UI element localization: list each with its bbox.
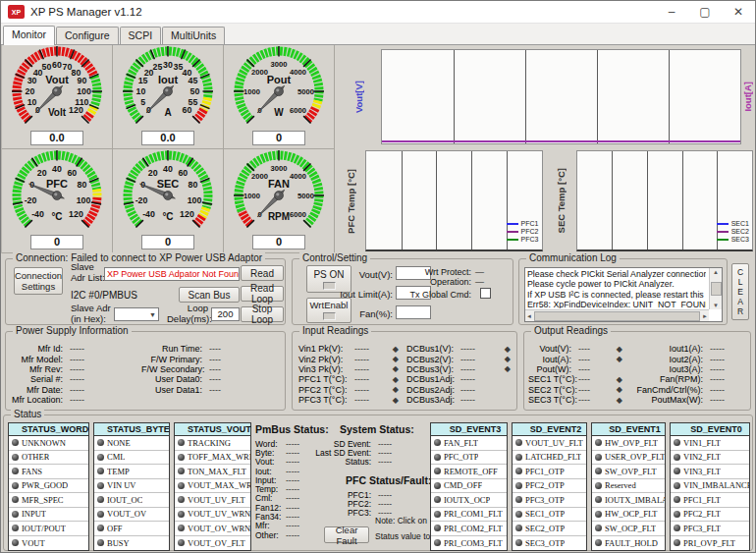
status-row[interactable]: SEC3_OTP — [513, 536, 586, 551]
status-row[interactable]: FANS — [9, 465, 88, 479]
status-row[interactable]: TEMP — [94, 465, 169, 479]
status-row[interactable]: BUSY — [94, 536, 169, 551]
status-row[interactable]: SEC2_OTP — [513, 522, 586, 536]
fan-setting-input[interactable] — [396, 305, 431, 319]
status-row[interactable]: TRACKING — [175, 436, 250, 451]
clear-fault-button[interactable]: Clear Fault — [324, 526, 369, 543]
tab-configure[interactable]: Configure — [56, 27, 119, 44]
status-row[interactable]: REMOTE_OFF — [431, 465, 507, 479]
status-row[interactable]: VIN2_FLT — [671, 451, 749, 466]
stop-loop-button[interactable]: Stop Loop — [241, 306, 284, 322]
tx-global-cmd-checkbox[interactable] — [480, 288, 491, 299]
status-row[interactable]: PRI_COM2_FLT — [431, 522, 507, 536]
status-row[interactable]: VOUT_UV_WRN — [175, 508, 250, 523]
gauge-vout-dial: 0102030405060708090100110120VoutVolt — [2, 46, 112, 131]
field-value: ----- — [710, 364, 725, 374]
svg-text:Vout: Vout — [45, 74, 69, 85]
status-row[interactable]: PRI_OVP_FLT — [671, 536, 749, 551]
scrollbar-thumb[interactable] — [534, 311, 700, 321]
status-row[interactable]: PFC3_FLT — [671, 522, 749, 536]
status-row[interactable]: HW_OVP_FLT — [592, 436, 665, 451]
scroll-up-icon[interactable]: ▲ — [713, 269, 719, 275]
status-row[interactable]: VOUT_UV_FLT — [175, 493, 250, 508]
monitor-tab-page: 0102030405060708090100110120VoutVolt 0.0… — [1, 45, 755, 552]
status-row[interactable]: CML — [94, 451, 169, 466]
status-row[interactable]: PFC2_FLT — [671, 508, 749, 523]
status-row[interactable]: IOUTX_IMBALA.. — [592, 493, 665, 508]
status-row[interactable]: IOUT_OC — [94, 493, 169, 508]
status-row[interactable]: VOUT_MAX_WRN — [175, 479, 250, 494]
tab-scpi[interactable]: SCPI — [120, 27, 162, 44]
status-row[interactable]: IOUTX_OCP — [431, 493, 507, 508]
read-loop-button[interactable]: Read Loop — [241, 286, 284, 302]
status-row[interactable]: PWR_GOOD — [9, 479, 88, 494]
status-row[interactable]: PFC1_OTP — [513, 465, 586, 479]
status-row[interactable]: INPUT — [9, 508, 88, 523]
status-row[interactable]: USER_OVP_FLT — [592, 451, 665, 466]
scroll-left-icon[interactable]: ◄ — [526, 313, 532, 319]
status-row[interactable]: FAULT_HOLD — [592, 536, 665, 551]
field-label: PFC2 T(°C): — [298, 385, 350, 395]
connection-settings-button[interactable]: Connection Settings — [14, 267, 63, 295]
adaptor-status-field[interactable]: XP Power USB Adpator Not Found — [104, 267, 240, 281]
led-indicator — [595, 496, 602, 503]
status-row[interactable]: VOUT_OV_WRN — [175, 522, 250, 536]
field-label: Mfr Location: — [12, 395, 65, 405]
status-row[interactable]: VOUT_OV — [94, 508, 169, 523]
status-row[interactable]: PRI_COM1_FLT — [431, 508, 507, 523]
status-row[interactable]: PFC_OTP — [431, 451, 507, 466]
status-row[interactable]: VIN1_FLT — [671, 436, 749, 451]
status-row[interactable]: VOUT_UV_FLT — [513, 436, 586, 451]
status-row-label: PFC2_FLT — [683, 509, 721, 519]
status-row[interactable]: VIN_IMBALANCE — [671, 479, 749, 494]
status-row[interactable]: IOUT/POUT — [9, 522, 88, 536]
scroll-down-icon[interactable]: ▼ — [713, 303, 719, 308]
slave-adr-dropdown[interactable]: ▼ — [114, 307, 159, 321]
tab-multiunits[interactable]: MultiUnits — [162, 27, 225, 44]
status-row-label: PRI_COM1_FLT — [444, 509, 503, 519]
status-row[interactable]: PFC2_OTP — [513, 479, 586, 494]
scan-bus-button[interactable]: Scan Bus — [179, 287, 240, 303]
status-row[interactable]: PFC3_OTP — [513, 493, 586, 508]
svg-text:45: 45 — [189, 76, 198, 85]
output-readings-title: Output Readings — [531, 325, 611, 336]
field-row: Mfr Location:----- — [12, 395, 137, 405]
status-row[interactable]: MFR_SPEC — [9, 493, 88, 508]
status-row[interactable]: VOUT_OV_FLT — [175, 536, 250, 551]
status-row[interactable]: SEC1_OTP — [513, 508, 586, 523]
horizontal-scrollbar[interactable]: ◄► — [525, 309, 709, 321]
loop-delay-input[interactable]: 200 — [211, 307, 240, 321]
status-row[interactable]: FAN_FLT — [431, 436, 507, 451]
status-row[interactable]: TON_MAX_FLT — [175, 465, 250, 479]
status-row[interactable]: OTHER — [9, 451, 88, 466]
vertical-scrollbar[interactable]: ▲▼ — [709, 268, 722, 309]
minimize-button[interactable]: – — [655, 1, 688, 23]
led-indicator — [97, 511, 104, 518]
status-row[interactable]: SW_OCP_FLT — [592, 522, 665, 536]
clear-log-button[interactable]: C L E A R — [731, 263, 749, 320]
log-line: If XP USB I²C is connected, please resta… — [527, 290, 706, 300]
status-row[interactable]: UNKNOWN — [9, 436, 88, 451]
led-indicator — [515, 511, 522, 518]
status-row[interactable]: Reserved — [592, 479, 665, 494]
read-button[interactable]: Read — [241, 265, 284, 281]
comm-log-box[interactable]: Please check PICkit Serial Analyzer conn… — [524, 267, 723, 322]
status-row[interactable]: VOUT — [9, 536, 88, 551]
scroll-right-icon[interactable]: ► — [702, 313, 708, 319]
status-row[interactable]: VIN3_FLT — [671, 465, 749, 479]
status-row[interactable]: TOFF_MAX_WRN — [175, 451, 250, 466]
scrollbar-thumb[interactable] — [711, 282, 722, 296]
status-row[interactable]: OFF — [94, 522, 169, 536]
status-row[interactable]: HW_OCP_FLT — [592, 508, 665, 523]
status-row[interactable]: VIN UV — [94, 479, 169, 494]
status-row[interactable]: PFC1_FLT — [671, 493, 749, 508]
status-row[interactable]: NONE — [94, 436, 169, 451]
status-row[interactable]: PRI_COM3_FLT — [431, 536, 507, 551]
close-button[interactable]: ✕ — [722, 1, 755, 23]
status-row[interactable]: SW_OVP_FLT — [592, 465, 665, 479]
status-row[interactable]: CMD_OFF — [431, 479, 507, 494]
field-value: ----- — [460, 374, 475, 384]
status-row[interactable]: LATCHED_FLT — [513, 451, 586, 466]
tab-monitor[interactable]: Monitor — [3, 26, 55, 45]
maximize-button[interactable]: ▢ — [688, 1, 722, 23]
